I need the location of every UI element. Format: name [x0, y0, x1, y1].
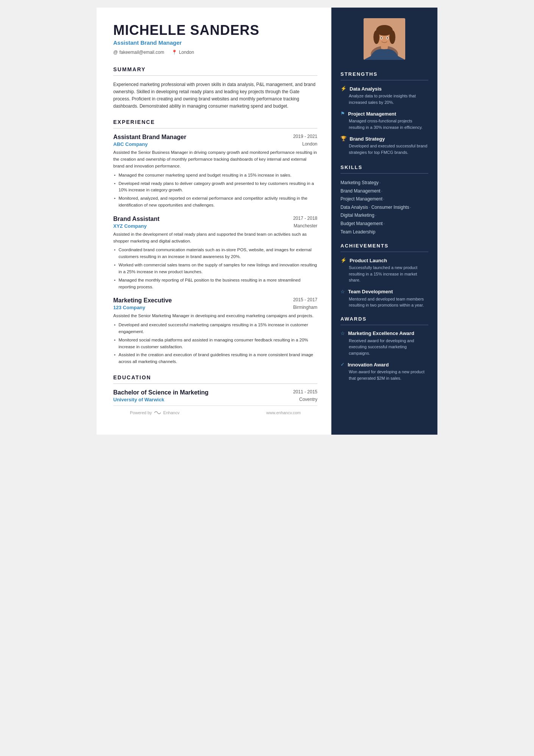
job-3-dates: 2015 - 2017	[293, 297, 317, 302]
powered-by-text: Powered by	[130, 410, 152, 415]
list-item: Managed the monthly reporting of P&L pos…	[113, 277, 317, 291]
achievement-2: ☆ Team Development Mentored and develope…	[331, 289, 437, 308]
summary-text: Experienced marketing professional with …	[113, 81, 317, 110]
job-3-desc: Assisted the Senior Marketing Manager in…	[113, 313, 317, 319]
flag-icon: ⚑	[340, 111, 345, 117]
candidate-name: MICHELLE SANDERS	[113, 23, 317, 38]
strength-1-desc: Analyze data to provide insights that in…	[340, 93, 428, 105]
candidate-title: Assistant Brand Manager	[113, 39, 317, 46]
footer-powered: Powered by Enhancv	[130, 410, 180, 415]
skill-project-management: Project Management	[340, 196, 383, 202]
education-item-1: Bachelor of Science in Marketing 2011 - …	[113, 389, 317, 402]
list-item: Worked with commercial sales teams on th…	[113, 262, 317, 275]
strengths-divider	[340, 80, 428, 80]
list-item: Monitored, analyzed, and reported on ext…	[113, 195, 317, 209]
skill-row-5: Digital Marketing·	[340, 211, 428, 220]
job-1-desc: Assisted the Senior Business Manager in …	[113, 149, 317, 169]
resume-footer: Powered by Enhancv www.enhancv.com	[113, 405, 317, 419]
svg-point-11	[387, 37, 388, 39]
strength-1: ⚡ Data Analysis Analyze data to provide …	[331, 86, 437, 105]
strength-2-name: Project Management	[348, 111, 396, 117]
marketing-excellence-icon: ☆	[340, 330, 345, 337]
profile-photo-svg	[364, 18, 405, 60]
job-1-dates: 2019 - 2021	[293, 134, 317, 139]
strength-1-name: Data Analysis	[350, 86, 382, 92]
svg-point-6	[373, 30, 379, 44]
skill-row-1: Marketing Strategy·	[340, 179, 428, 187]
location-icon: 📍	[172, 50, 177, 55]
job-1-location: London	[302, 141, 317, 147]
contact-info: @ fakeemail@email.com 📍 London	[113, 50, 317, 55]
job-1: Assistant Brand Manager 2019 - 2021 ABC …	[113, 134, 317, 209]
skill-data-analysis: Data Analysis	[340, 205, 368, 210]
job-2: Brand Assistant 2017 - 2018 XYZ Company …	[113, 216, 317, 291]
experience-section-title: EXPERIENCE	[113, 119, 317, 125]
job-2-bullets: Coordinated brand communication material…	[113, 247, 317, 290]
education-section-title: EDUCATION	[113, 374, 317, 380]
edu-school: University of Warwick	[113, 397, 164, 402]
job-3-location: Birmingham	[293, 305, 317, 310]
job-2-company: XYZ Company	[113, 223, 147, 229]
award-2-desc: Won award for developing a new product t…	[340, 369, 428, 381]
resume-document: MICHELLE SANDERS Assistant Brand Manager…	[97, 8, 437, 435]
team-dev-icon: ☆	[340, 289, 345, 295]
skill-row-4: Data Analysis· Consumer Insights·	[340, 203, 428, 212]
strength-3: 🏆 Brand Strategy Developed and executed …	[331, 136, 437, 155]
job-3: Marketing Executive 2015 - 2017 123 Comp…	[113, 297, 317, 365]
strength-3-desc: Developed and executed successful brand …	[340, 143, 428, 155]
skill-row-7: Team Leadership	[340, 228, 428, 236]
skill-consumer-insights: Consumer Insights	[371, 205, 409, 210]
award-2-name: Innovation Award	[348, 362, 389, 368]
job-3-bullets: Developed and executed successful market…	[113, 322, 317, 365]
summary-divider	[113, 75, 317, 76]
strength-3-name: Brand Strategy	[350, 136, 385, 142]
award-1: ☆ Marketing Excellence Award Received aw…	[331, 330, 437, 357]
skill-digital-marketing: Digital Marketing	[340, 213, 374, 218]
skill-row-6: Budget Management·	[340, 220, 428, 228]
list-item: Developed retail ready plans to deliver …	[113, 180, 317, 194]
strength-2-desc: Managed cross-functional projects result…	[340, 118, 428, 130]
skill-budget-management: Budget Management	[340, 221, 383, 226]
list-item: Assisted in the creation and execution o…	[113, 352, 317, 365]
trophy-icon: 🏆	[340, 136, 347, 142]
job-3-title: Marketing Executive	[113, 297, 172, 304]
right-column: STRENGTHS ⚡ Data Analysis Analyze data t…	[331, 8, 437, 435]
job-2-title: Brand Assistant	[113, 216, 159, 222]
achievement-1-name: Product Launch	[350, 258, 387, 263]
innovation-award-icon: ✓	[340, 362, 345, 368]
job-2-location: Manchester	[294, 223, 317, 229]
strengths-section-title: STRENGTHS	[331, 71, 437, 77]
skills-divider	[340, 173, 428, 174]
job-1-company: ABC Company	[113, 141, 148, 147]
achievement-2-name: Team Development	[348, 289, 393, 294]
list-item: Developed and executed successful market…	[113, 322, 317, 335]
skills-list: Marketing Strategy· Brand Management· Pr…	[331, 179, 437, 236]
profile-photo	[364, 18, 405, 60]
skill-brand-management: Brand Management	[340, 188, 380, 194]
svg-point-10	[381, 37, 382, 39]
skill-row-2: Brand Management·	[340, 187, 428, 196]
skill-team-leadership: Team Leadership	[340, 229, 375, 235]
profile-photo-area	[331, 8, 437, 67]
awards-divider	[340, 325, 428, 325]
job-2-dates: 2017 - 2018	[293, 216, 317, 221]
job-1-bullets: Managed the consumer marketing spend and…	[113, 172, 317, 209]
enhancv-logo-icon	[154, 410, 161, 415]
award-1-desc: Received award for developing and execut…	[340, 338, 428, 357]
achievements-section-title: ACHIEVEMENTS	[331, 243, 437, 249]
brand-name: Enhancv	[163, 410, 180, 415]
achievements-divider	[340, 252, 428, 252]
svg-point-7	[389, 30, 395, 44]
achievement-1-desc: Successfully launched a new product resu…	[340, 265, 428, 283]
job-3-company: 123 Company	[113, 305, 145, 310]
bolt-icon: ⚡	[340, 86, 347, 92]
email-contact: @ fakeemail@email.com	[113, 50, 164, 55]
skills-section-title: SKILLS	[331, 164, 437, 170]
experience-divider	[113, 128, 317, 128]
edu-location: Coventry	[299, 397, 317, 402]
edu-degree: Bachelor of Science in Marketing	[113, 389, 209, 396]
footer-website: www.enhancv.com	[266, 410, 301, 415]
location-contact: 📍 London	[172, 50, 194, 55]
strength-2: ⚑ Project Management Managed cross-funct…	[331, 111, 437, 130]
list-item: Monitored social media platforms and ass…	[113, 337, 317, 351]
